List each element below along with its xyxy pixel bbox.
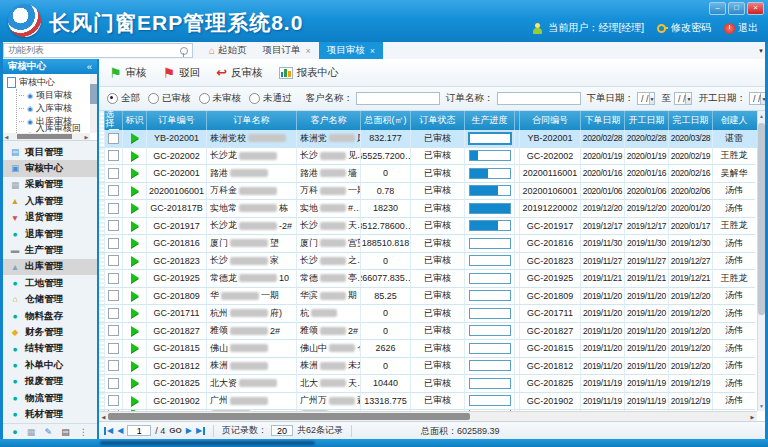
table-row[interactable]: GC-201825北大资北大天…10440已审核GC-2018252019/11… [99,375,757,393]
row-checkbox[interactable] [108,185,119,196]
row-checkbox[interactable] [108,238,119,249]
progress-bar[interactable] [469,360,511,371]
col-production-progress[interactable]: 生产进度 [465,111,515,130]
collapse-icon[interactable]: « [87,61,92,72]
progress-bar[interactable] [469,378,511,389]
progress-bar[interactable] [469,343,511,354]
row-checkbox[interactable] [108,150,119,161]
tree-horizontal-scrollbar[interactable]: ◀ ▶ [3,133,90,140]
calendar-dropdown-icon[interactable]: ▼ [650,92,656,105]
table-row[interactable]: GC-202001路港路港墙0已审核202001160012020/01/162… [99,165,757,183]
customer-name-input[interactable] [356,92,440,105]
scroll-left-icon[interactable]: ◀ [3,134,10,140]
row-checkbox[interactable] [108,203,119,214]
table-row[interactable]: 20200106001万科金万科一期0.78已审核202001060012020… [99,183,757,201]
menu-returns-mgmt[interactable]: ▼退货管理 [3,210,97,226]
col-start-date[interactable]: 开工日期 [625,111,669,130]
scroll-down-icon[interactable]: ▼ [758,401,765,411]
progress-bar[interactable] [469,410,511,411]
tab-home[interactable]: ⌂起始页 [201,42,255,59]
unapprove-button[interactable]: ↩反审核 [216,66,262,80]
menu-stock-return-mgmt[interactable]: ●退库管理 [3,226,97,242]
col-creator[interactable]: 创建人 [713,111,755,130]
table-row[interactable]: GC-201816厦门望厦门宫望188510.818已审核GC-20181620… [99,235,757,253]
table-horizontal-scrollbar[interactable]: ◀ ▶ [99,411,757,421]
table-row[interactable]: GC-201902广州广州万森林13318.775已审核GC-201902201… [99,393,757,411]
progress-bar[interactable] [469,150,511,161]
row-checkbox[interactable] [108,360,119,371]
scroll-right-icon[interactable]: ▶ [83,134,90,140]
menu-production-mgmt[interactable]: ▬生产管理 [3,242,97,258]
table-row[interactable]: GC-201827雅颂2#雅颂2#0已审核GC-2018272019/11/20… [99,323,757,341]
row-checkbox[interactable] [108,378,119,389]
scroll-up-icon[interactable]: ▲ [758,111,765,121]
tree-project-audit[interactable]: ◉项目审核 [17,89,87,102]
progress-bar[interactable] [469,238,511,249]
row-checkbox[interactable] [108,133,119,144]
menu-inventory-check[interactable]: ●物料盘存 [3,308,97,324]
approve-button[interactable]: ⚑审核 [109,66,147,80]
col-total-area[interactable]: 总面积(㎡) [361,111,411,130]
progress-bar[interactable] [469,290,511,301]
tab-close-icon[interactable]: × [306,46,311,56]
go-button[interactable]: GO [169,426,181,435]
scroll-left-icon[interactable]: ◀ [99,414,108,420]
menu-audit-center[interactable]: ▣审核中心 [3,160,97,176]
function-search-box[interactable]: 功能列表 [3,43,193,58]
table-row[interactable]: GC-201817B实地常栋实地#…18230已审核20191220002201… [99,200,757,218]
col-flag[interactable]: 标识 [123,111,147,130]
order-name-input[interactable] [497,92,581,105]
progress-bar[interactable] [469,308,511,319]
progress-bar[interactable] [469,185,511,196]
row-checkbox[interactable] [108,290,119,301]
row-checkbox[interactable] [108,255,119,266]
tree-root[interactable]: 审核中心 [7,76,87,89]
row-checkbox[interactable] [108,168,119,179]
table-row[interactable]: GC-201917长沙龙-2#长沙天…8512.78600…已审核GC-2019… [99,218,757,236]
reject-button[interactable]: ⚑驳回 [163,66,201,80]
table-row[interactable] [99,410,757,411]
order-date-from-input[interactable]: / / [637,92,650,105]
menu-logistics-mgmt[interactable]: ●物流管理 [3,390,97,406]
close-button[interactable]: × [747,2,764,15]
radio-unaudited[interactable] [199,93,210,104]
pin-icon[interactable] [180,47,188,55]
start-date-input[interactable]: / / [749,92,762,105]
table-row[interactable]: GC-201815佛山佛山中仓库2626已审核GC-2018152019/11/… [99,340,757,358]
table-row[interactable]: GC-201711杭州府)杭0已审核GC-2017112019/11/20201… [99,305,757,323]
pen-icon[interactable]: ✎ [44,427,52,437]
progress-bar[interactable] [469,395,511,406]
table-row[interactable]: GC-201812株洲株洲未来0已审核GC-2018122019/11/2020… [99,358,757,376]
col-select[interactable]: 选择 [105,111,123,130]
col-order-status[interactable]: 订单状态 [411,111,465,130]
progress-bar[interactable] [469,220,511,231]
change-password-button[interactable]: 修改密码 [657,21,711,35]
menu-purchase-mgmt[interactable]: ▦采购管理 [3,177,97,193]
printer-icon[interactable]: ▤ [61,427,70,437]
radio-rejected[interactable] [249,93,260,104]
tab-overflow-icon[interactable]: ▼ [758,48,764,54]
menu-supplement-center[interactable]: ●补单中心 [3,357,97,373]
table-row[interactable]: GC-201809华一期华滨期85.25已审核GC-2018092019/11/… [99,288,757,306]
tab-project-orders[interactable]: 项目订单× [255,42,319,59]
prev-page-button[interactable]: ◀ [117,427,123,435]
radio-all[interactable] [107,93,118,104]
dot-icon[interactable]: ● [12,427,17,437]
row-checkbox[interactable] [108,220,119,231]
col-contract-no[interactable]: 合同编号 [520,111,581,130]
report-center-button[interactable]: 报表中心 [279,66,339,80]
table-row[interactable]: YB-202001株洲党校株洲党凤…832.177已审核YB-202001202… [99,130,757,148]
order-date-to-input[interactable]: / / [674,92,687,105]
row-checkbox[interactable] [108,343,119,354]
menu-scrap-mgmt[interactable]: ●报废管理 [3,373,97,389]
menu-site-mgmt[interactable]: ●工地管理 [3,275,97,291]
tab-project-audit[interactable]: 项目审核× [319,42,383,59]
page-size-input[interactable] [271,425,293,436]
scroll-right-icon[interactable]: ▶ [748,414,757,420]
tab-close-icon[interactable]: × [370,46,375,56]
more-icon[interactable]: ⋮ [79,427,88,437]
col-finish-date[interactable]: 完工日期 [669,111,713,130]
menu-consumables-mgmt[interactable]: ●耗材管理 [3,406,97,422]
col-order-no[interactable]: 订单编号 [147,111,207,130]
menu-outbound-mgmt[interactable]: ▲出库管理 [3,259,97,275]
